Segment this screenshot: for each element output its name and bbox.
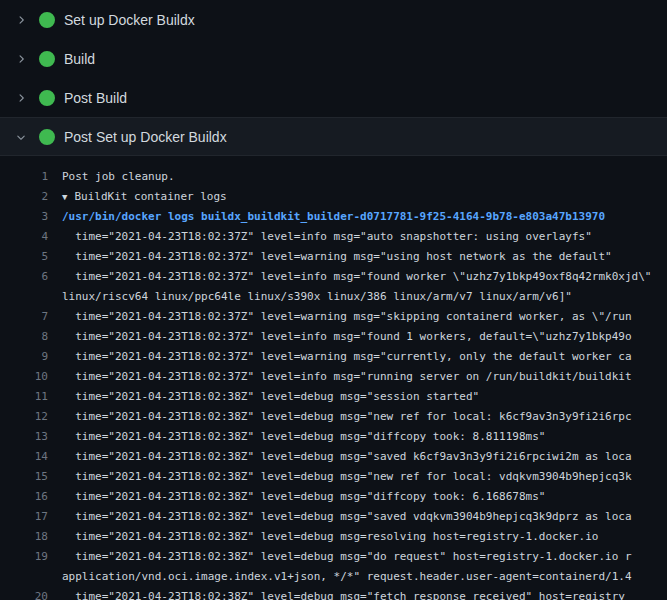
log-line: 20 time="2021-04-23T18:02:38Z" level=deb… [0, 587, 667, 600]
log-text: time="2021-04-23T18:02:37Z" level=info m… [48, 327, 632, 347]
group-title[interactable]: BuildKit container logs [74, 190, 226, 203]
log-line: 4 time="2021-04-23T18:02:37Z" level=info… [0, 227, 667, 247]
line-number[interactable]: 19 [0, 547, 48, 567]
log-line: linux/riscv64 linux/ppc64le linux/s390x … [0, 287, 667, 307]
log-line: 12 time="2021-04-23T18:02:38Z" level=deb… [0, 407, 667, 427]
log-line: 19 time="2021-04-23T18:02:38Z" level=deb… [0, 547, 667, 567]
log-text: time="2021-04-23T18:02:37Z" level=warnin… [48, 307, 632, 327]
log-text: time="2021-04-23T18:02:38Z" level=debug … [48, 407, 632, 427]
line-number[interactable]: 1 [0, 167, 48, 187]
log-text: time="2021-04-23T18:02:38Z" level=debug … [48, 427, 545, 447]
log-text: Post job cleanup. [48, 167, 175, 187]
log-line: 14 time="2021-04-23T18:02:38Z" level=deb… [0, 447, 667, 467]
log-line: 6 time="2021-04-23T18:02:37Z" level=info… [0, 267, 667, 287]
step-label: Post Build [64, 90, 127, 106]
log-line: 7 time="2021-04-23T18:02:37Z" level=warn… [0, 307, 667, 327]
line-number[interactable]: 10 [0, 367, 48, 387]
line-number [0, 287, 48, 307]
log-text: time="2021-04-23T18:02:37Z" level=info m… [48, 367, 632, 387]
log-line: 9 time="2021-04-23T18:02:37Z" level=warn… [0, 347, 667, 367]
log-text: time="2021-04-23T18:02:38Z" level=debug … [48, 467, 632, 487]
log-text: time="2021-04-23T18:02:38Z" level=debug … [48, 447, 632, 467]
line-number[interactable]: 12 [0, 407, 48, 427]
step-row-set-up-docker-buildx[interactable]: Set up Docker Buildx [0, 0, 667, 39]
chevron-down-icon [13, 129, 29, 145]
step-row-post-set-up-docker-buildx[interactable]: Post Set up Docker Buildx [0, 117, 667, 156]
log-text: ▼BuildKit container logs [48, 187, 227, 207]
log-text: application/vnd.oci.image.index.v1+json,… [48, 567, 632, 587]
log-line: 10 time="2021-04-23T18:02:37Z" level=inf… [0, 367, 667, 387]
line-number[interactable]: 15 [0, 467, 48, 487]
check-circle-icon [39, 51, 55, 67]
line-number[interactable]: 18 [0, 527, 48, 547]
line-number[interactable]: 3 [0, 207, 48, 227]
log-text: time="2021-04-23T18:02:37Z" level=warnin… [48, 347, 632, 367]
line-number[interactable]: 4 [0, 227, 48, 247]
log-line: 3/usr/bin/docker logs buildx_buildkit_bu… [0, 207, 667, 227]
line-number[interactable]: 2 [0, 187, 48, 207]
log-text: time="2021-04-23T18:02:38Z" level=debug … [48, 387, 479, 407]
log-line: 16 time="2021-04-23T18:02:38Z" level=deb… [0, 487, 667, 507]
check-circle-icon [39, 129, 55, 145]
log-text: time="2021-04-23T18:02:38Z" level=debug … [48, 587, 625, 600]
workflow-log-panel: Set up Docker Buildx Build Post Build Po… [0, 0, 667, 600]
log-text: time="2021-04-23T18:02:38Z" level=debug … [48, 547, 632, 567]
line-number[interactable]: 11 [0, 387, 48, 407]
log-line: 1Post job cleanup. [0, 167, 667, 187]
log-area: 1Post job cleanup.2▼BuildKit container l… [0, 156, 667, 600]
line-number[interactable]: 6 [0, 267, 48, 287]
step-row-build[interactable]: Build [0, 39, 667, 78]
line-number[interactable]: 9 [0, 347, 48, 367]
log-text: linux/riscv64 linux/ppc64le linux/s390x … [48, 287, 572, 307]
line-number[interactable]: 16 [0, 487, 48, 507]
log-text: time="2021-04-23T18:02:37Z" level=info m… [48, 227, 592, 247]
log-text: time="2021-04-23T18:02:38Z" level=debug … [48, 487, 545, 507]
log-line: 18 time="2021-04-23T18:02:38Z" level=deb… [0, 527, 667, 547]
line-number[interactable]: 13 [0, 427, 48, 447]
chevron-right-icon [13, 12, 29, 28]
line-number[interactable]: 8 [0, 327, 48, 347]
step-label: Build [64, 51, 95, 67]
log-line: 5 time="2021-04-23T18:02:37Z" level=warn… [0, 247, 667, 267]
log-command-text: /usr/bin/docker logs buildx_buildkit_bui… [48, 207, 605, 227]
log-line: 13 time="2021-04-23T18:02:38Z" level=deb… [0, 427, 667, 447]
step-row-post-build[interactable]: Post Build [0, 78, 667, 117]
line-number [0, 567, 48, 587]
log-line: application/vnd.oci.image.index.v1+json,… [0, 567, 667, 587]
check-circle-icon [39, 12, 55, 28]
log-lines: 1Post job cleanup.2▼BuildKit container l… [0, 167, 667, 600]
line-number[interactable]: 5 [0, 247, 48, 267]
log-line: 17 time="2021-04-23T18:02:38Z" level=deb… [0, 507, 667, 527]
log-text: time="2021-04-23T18:02:37Z" level=info m… [48, 267, 651, 287]
log-line: 2▼BuildKit container logs [0, 187, 667, 207]
line-number[interactable]: 14 [0, 447, 48, 467]
log-line: 11 time="2021-04-23T18:02:38Z" level=deb… [0, 387, 667, 407]
group-collapse-icon[interactable]: ▼ [62, 187, 67, 207]
chevron-right-icon [13, 51, 29, 67]
log-text: time="2021-04-23T18:02:38Z" level=debug … [48, 527, 598, 547]
line-number[interactable]: 20 [0, 587, 48, 600]
step-label: Post Set up Docker Buildx [64, 129, 227, 145]
chevron-right-icon [13, 90, 29, 106]
log-line: 8 time="2021-04-23T18:02:37Z" level=info… [0, 327, 667, 347]
line-number[interactable]: 17 [0, 507, 48, 527]
log-text: time="2021-04-23T18:02:38Z" level=debug … [48, 507, 632, 527]
line-number[interactable]: 7 [0, 307, 48, 327]
log-text: time="2021-04-23T18:02:37Z" level=warnin… [48, 247, 612, 267]
log-line: 15 time="2021-04-23T18:02:38Z" level=deb… [0, 467, 667, 487]
step-label: Set up Docker Buildx [64, 12, 195, 28]
check-circle-icon [39, 90, 55, 106]
